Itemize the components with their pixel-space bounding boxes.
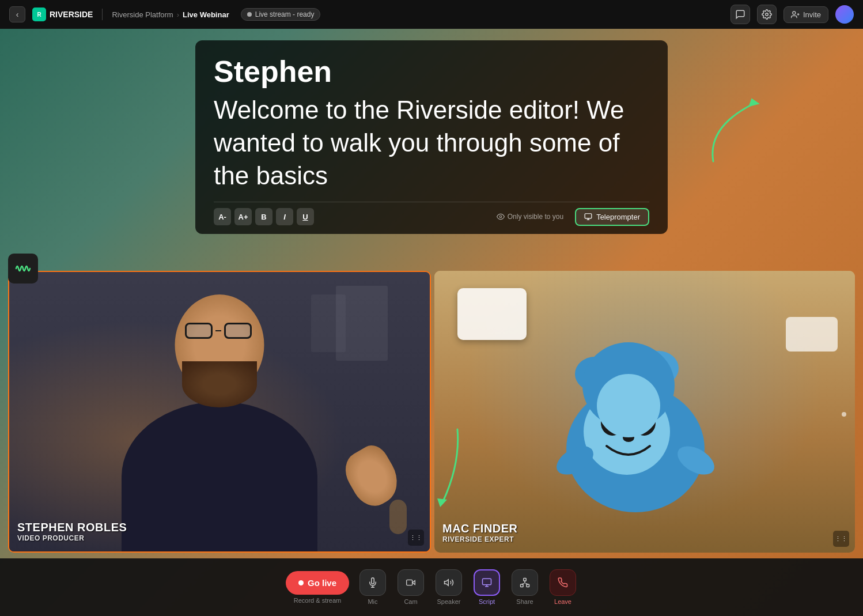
cam-button[interactable] (398, 569, 424, 596)
cam-button-group: Cam (396, 569, 425, 605)
svg-point-0 (766, 13, 769, 16)
settings-icon-button[interactable] (757, 5, 777, 24)
bold-button[interactable]: B (255, 208, 272, 225)
topbar-divider (102, 9, 103, 20)
teleprompter-label: Teleprompter (596, 213, 640, 221)
video-controls-mac: ⋮⋮ (833, 531, 849, 547)
video-grid: STEPHEN ROBLES VIDEO PRODUCER ⋮⋮ (8, 271, 855, 553)
participant-name-stephen: STEPHEN ROBLES (17, 521, 127, 534)
beard-shape (182, 361, 257, 407)
name-badge-stephen: STEPHEN ROBLES VIDEO PRODUCER (17, 521, 127, 542)
participant-title-mac: RIVERSIDE EXPERT (442, 535, 518, 543)
device-bg (457, 288, 527, 340)
device-bg-2 (786, 317, 838, 352)
nav-platform[interactable]: Riverside Platform (112, 10, 173, 19)
teleprompter-button[interactable]: Teleprompter (575, 208, 649, 226)
logo-icon: R (32, 7, 46, 21)
svg-rect-26 (407, 580, 412, 585)
svg-line-36 (526, 584, 528, 585)
visible-label-text: Only visible to you (508, 213, 563, 221)
go-live-indicator (298, 580, 304, 585)
go-live-button[interactable]: Go live (286, 571, 349, 595)
live-stream-label: Live stream - ready (255, 10, 315, 18)
live-stream-dot (247, 12, 252, 17)
mic-button-group: Mic (358, 569, 387, 605)
italic-button[interactable]: I (276, 208, 293, 225)
teleprompter-overlay: Stephen Welcome to the Riverside editor!… (195, 40, 668, 234)
room-decor-2 (311, 294, 346, 352)
video-cell-mac: MAC FINDER RIVERSIDE EXPERT ⋮⋮ (434, 271, 855, 553)
font-increase-button[interactable]: A+ (234, 208, 252, 225)
script-label: Script (479, 598, 495, 605)
topbar-nav: Riverside Platform › Live Webinar (112, 10, 229, 19)
share-label: Share (516, 598, 533, 605)
video-controls-stephen: ⋮⋮ (408, 530, 424, 546)
svg-point-4 (499, 216, 502, 218)
svg-marker-8 (746, 96, 760, 108)
svg-point-1 (793, 11, 796, 14)
svg-point-21 (597, 374, 660, 437)
logo: R RIVERSIDE (32, 7, 93, 21)
script-button-group: Script (472, 569, 501, 605)
svg-rect-28 (483, 579, 491, 585)
topbar-right: Invite (730, 5, 854, 24)
body-silhouette (122, 402, 317, 551)
speaker-button[interactable] (436, 569, 462, 596)
share-button[interactable] (512, 569, 538, 596)
mic-label: Mic (368, 598, 377, 605)
go-live-button-group: Go live Record & stream (286, 571, 349, 604)
mic-button[interactable] (359, 569, 386, 596)
video-cell-stephen: STEPHEN ROBLES VIDEO PRODUCER ⋮⋮ (8, 271, 431, 553)
svg-marker-27 (445, 580, 449, 586)
underline-button[interactable]: U (297, 208, 314, 225)
video-settings-mac[interactable]: ⋮⋮ (833, 531, 849, 547)
svg-rect-32 (521, 584, 524, 587)
teleprompter-speaker-name: Stephen (214, 56, 649, 86)
svg-rect-5 (585, 214, 592, 218)
indicator-dot (842, 412, 846, 417)
cam-label: Cam (404, 598, 417, 605)
participant-title-stephen: VIDEO PRODUCER (17, 534, 127, 542)
leave-button[interactable] (550, 569, 576, 596)
video-settings-stephen[interactable]: ⋮⋮ (408, 530, 424, 546)
bottom-toolbar: Go live Record & stream Mic Cam (0, 558, 863, 616)
teleprompter-toolbar: A- A+ B I U Only visible to you Teleprom… (214, 202, 649, 226)
topbar: ‹ R RIVERSIDE Riverside Platform › Live … (0, 0, 863, 29)
speaker-label: Speaker (437, 598, 461, 605)
svg-marker-25 (412, 581, 415, 585)
stuffed-animal (543, 322, 728, 518)
lamp-shape (389, 500, 407, 534)
record-stream-label: Record & stream (294, 597, 342, 604)
script-button[interactable] (474, 569, 500, 596)
svg-line-35 (522, 584, 524, 585)
font-decrease-button[interactable]: A- (214, 208, 231, 225)
invite-label: Invite (803, 10, 821, 19)
chat-icon-button[interactable] (730, 5, 750, 24)
back-button[interactable]: ‹ (9, 6, 25, 22)
visibility-label: Only visible to you (497, 213, 563, 221)
nav-webinar[interactable]: Live Webinar (183, 10, 229, 19)
go-live-label: Go live (308, 578, 336, 588)
participant-name-mac: MAC FINDER (442, 522, 518, 535)
svg-rect-31 (524, 579, 527, 581)
teleprompter-arrow-annotation (696, 92, 788, 169)
glasses-shape (185, 322, 254, 339)
name-badge-mac: MAC FINDER RIVERSIDE EXPERT (442, 522, 518, 543)
leave-label: Leave (554, 598, 571, 605)
svg-rect-33 (527, 584, 529, 587)
invite-button[interactable]: Invite (783, 6, 828, 23)
teleprompter-text[interactable]: Welcome to the Riverside editor! We want… (214, 93, 649, 192)
user-avatar[interactable] (835, 5, 854, 24)
leave-button-group: Leave (548, 569, 577, 605)
waveform-button[interactable] (8, 254, 38, 284)
logo-text: RIVERSIDE (50, 10, 93, 19)
live-stream-badge: Live stream - ready (241, 8, 321, 21)
speaker-button-group: Speaker (434, 569, 463, 605)
share-button-group: Share (510, 569, 539, 605)
nav-sep: › (177, 10, 179, 19)
main-area: Stephen Welcome to the Riverside editor!… (0, 29, 863, 616)
